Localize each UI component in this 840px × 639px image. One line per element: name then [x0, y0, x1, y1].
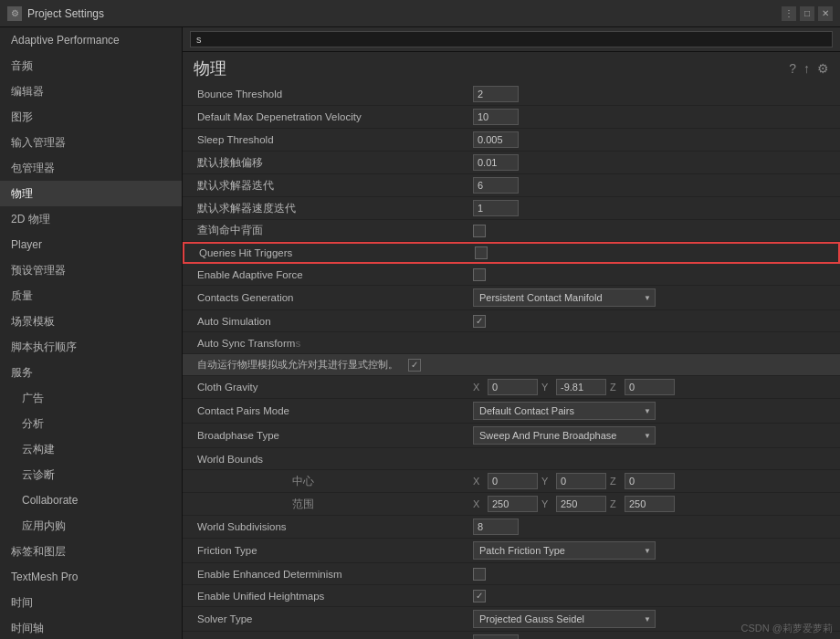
dropdown-contacts-generation[interactable]: Persistent Contact Manifold ▼	[473, 288, 656, 307]
label-contacts-generation: Contacts Generation	[183, 289, 466, 306]
chevron-down-icon: ▼	[644, 407, 651, 415]
label-world-subdivisions: World Subdivisions	[183, 519, 466, 535]
sidebar-item-ads[interactable]: 广告	[0, 385, 182, 411]
label-queries-hit-triggers: Queries Hit Triggers	[184, 245, 467, 261]
value-enable-adaptive-force	[466, 266, 840, 284]
world-bounds-range-y[interactable]	[556, 496, 606, 512]
title-bar-title: Project Settings	[27, 7, 782, 20]
label-world-bounds: World Bounds	[183, 451, 466, 467]
label-contact-pairs-mode: Contact Pairs Mode	[183, 403, 466, 419]
refresh-button[interactable]: ↑	[803, 61, 810, 76]
setting-world-bounds-center: 中心 X Y Z	[183, 470, 840, 493]
sidebar-item-iap[interactable]: 应用内购	[0, 513, 182, 539]
app-icon: ⚙	[7, 6, 22, 21]
setting-enable-adaptive-force: Enable Adaptive Force	[183, 264, 840, 286]
world-bounds-range-x[interactable]	[488, 496, 538, 512]
input-solver-iterations[interactable]	[473, 177, 519, 194]
sidebar-item-scene-template[interactable]: 场景模板	[0, 309, 182, 334]
checkbox-queries-hit-backfaces[interactable]	[473, 225, 486, 237]
value-auto-simulation	[466, 312, 840, 330]
world-bounds-range-z[interactable]	[625, 496, 675, 512]
sidebar-item-editor[interactable]: 编辑器	[0, 79, 182, 104]
input-bounce-threshold[interactable]	[473, 86, 519, 102]
input-depenetration-velocity[interactable]	[473, 109, 519, 125]
sidebar-item-quality[interactable]: 质量	[0, 283, 182, 309]
input-world-subdivisions[interactable]	[473, 519, 519, 535]
chevron-down-icon: ▼	[644, 547, 651, 555]
x-label: X	[473, 476, 484, 487]
input-sleep-threshold[interactable]	[473, 131, 519, 148]
sidebar-item-player[interactable]: Player	[0, 232, 182, 257]
value-solver-iterations	[466, 174, 840, 196]
settings-button[interactable]: ⚙	[817, 61, 829, 76]
label-solver-type: Solver Type	[183, 611, 466, 627]
label-enable-adaptive-force: Enable Adaptive Force	[183, 267, 466, 283]
checkbox-enable-enhanced-determinism[interactable]	[473, 568, 486, 581]
setting-solver-iterations: 默认求解器迭代	[183, 174, 840, 197]
checkbox-queries-hit-triggers[interactable]	[475, 246, 488, 259]
sidebar-item-graphics[interactable]: 图形	[0, 104, 182, 130]
sidebar-item-timeline[interactable]: 时间轴	[0, 615, 182, 639]
checkbox-enable-unified-heightmaps[interactable]	[473, 590, 486, 602]
close-button[interactable]: ✕	[818, 6, 833, 21]
sidebar-item-textmesh-pro[interactable]: TextMesh Pro	[0, 564, 182, 590]
setting-depenetration-velocity: Default Max Depenetration Velocity	[183, 106, 840, 129]
sidebar-item-cloud-diagnostics[interactable]: 云诊断	[0, 462, 182, 487]
cloth-gravity-x[interactable]	[488, 379, 538, 395]
maximize-button[interactable]: □	[800, 6, 814, 21]
search-bar	[183, 27, 840, 52]
settings-scroll[interactable]: Bounce Threshold Default Max Depenetrati…	[183, 83, 840, 639]
input-contact-offset[interactable]	[473, 154, 519, 171]
dropdown-solver-type[interactable]: Projected Gauss Seidel ▼	[473, 610, 656, 628]
input-velocity-iterations[interactable]	[473, 200, 519, 216]
world-bounds-center-y[interactable]	[556, 473, 606, 489]
menu-button[interactable]: ⋮	[782, 6, 796, 21]
sidebar-item-package-manager[interactable]: 包管理器	[0, 155, 182, 181]
sidebar-item-tags-layers[interactable]: 标签和图层	[0, 539, 182, 564]
input-default-max-angular-speed[interactable]	[473, 634, 519, 639]
sidebar-item-cloud-build[interactable]: 云构建	[0, 436, 182, 462]
sidebar-item-input-manager[interactable]: 输入管理器	[0, 130, 182, 155]
search-input[interactable]	[190, 31, 833, 47]
setting-contact-pairs-mode: Contact Pairs Mode Default Contact Pairs…	[183, 399, 840, 424]
setting-world-bounds-label: World Bounds	[183, 448, 840, 470]
sidebar-item-script-order[interactable]: 脚本执行顺序	[0, 334, 182, 360]
setting-broadphase-type: Broadphase Type Sweep And Prune Broadpha…	[183, 424, 840, 448]
y-label: Y	[541, 382, 552, 393]
sidebar-item-preset-manager[interactable]: 预设管理器	[0, 257, 182, 283]
dropdown-broadphase-type[interactable]: Sweep And Prune Broadphase ▼	[473, 426, 656, 445]
value-contact-pairs-mode: Default Contact Pairs ▼	[466, 399, 840, 423]
help-button[interactable]: ?	[789, 61, 796, 76]
setting-world-subdivisions: World Subdivisions	[183, 516, 840, 539]
checkbox-auto-sync-transforms[interactable]	[408, 359, 421, 372]
label-sleep-threshold: Sleep Threshold	[183, 131, 466, 148]
setting-queries-hit-triggers: Queries Hit Triggers	[183, 242, 840, 264]
checkbox-enable-adaptive-force[interactable]	[473, 268, 486, 281]
y-label: Y	[541, 498, 552, 509]
sidebar-item-adaptive-performance[interactable]: Adaptive Performance	[0, 27, 182, 53]
title-bar: ⚙ Project Settings ⋮ □ ✕	[0, 0, 840, 27]
header-icons: ? ↑ ⚙	[789, 61, 829, 76]
label-enable-unified-heightmaps: Enable Unified Heightmaps	[183, 588, 466, 604]
world-bounds-center-xyz: X Y Z	[473, 473, 675, 489]
value-contacts-generation: Persistent Contact Manifold ▼	[466, 286, 840, 309]
cloth-gravity-y[interactable]	[556, 379, 606, 395]
sidebar-item-audio[interactable]: 音频	[0, 53, 182, 79]
world-bounds-center-z[interactable]	[625, 473, 675, 489]
sidebar-item-services[interactable]: 服务	[0, 360, 182, 385]
dropdown-friction-type[interactable]: Patch Friction Type ▼	[473, 541, 656, 560]
setting-contacts-generation: Contacts Generation Persistent Contact M…	[183, 286, 840, 310]
z-label: Z	[610, 498, 621, 509]
world-bounds-center-x[interactable]	[488, 473, 538, 489]
dropdown-contact-pairs-mode-value: Default Contact Pairs	[479, 405, 574, 416]
sidebar-item-collaborate[interactable]: Collaborate	[0, 487, 182, 513]
checkbox-auto-simulation[interactable]	[473, 315, 486, 328]
sidebar-item-physics[interactable]: 物理	[0, 181, 182, 206]
value-broadphase-type: Sweep And Prune Broadphase ▼	[466, 424, 840, 447]
cloth-gravity-z[interactable]	[625, 379, 675, 395]
window-controls[interactable]: ⋮ □ ✕	[782, 6, 833, 21]
sidebar-item-physics-2d[interactable]: 2D 物理	[0, 206, 182, 232]
sidebar-item-analytics[interactable]: 分析	[0, 411, 182, 436]
sidebar-item-time[interactable]: 时间	[0, 590, 182, 615]
dropdown-contact-pairs-mode[interactable]: Default Contact Pairs ▼	[473, 402, 656, 420]
